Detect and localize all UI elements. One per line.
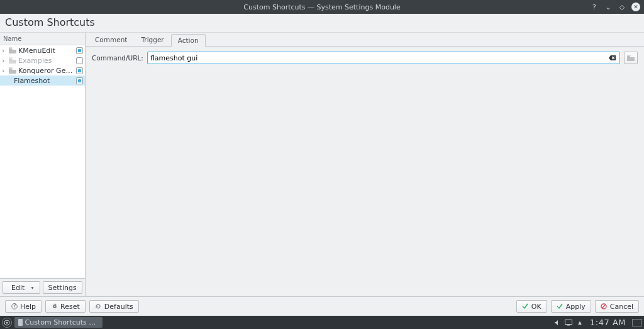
folder-icon [9,47,16,54]
tree-item-flameshot[interactable]: Flameshot [0,75,85,86]
taskbar: Custom Shortcuts — System Setti… ▴ 1:47 … [0,316,644,329]
expand-icon[interactable]: › [2,67,7,75]
svg-text:?: ? [13,303,16,309]
folder-icon [9,57,16,64]
window-title: Custom Shortcuts — System Settings Modul… [243,3,400,11]
check-icon [522,303,529,310]
app-launcher-icon[interactable] [2,318,12,328]
command-url-field[interactable] [147,52,620,64]
command-url-label: Command/URL: [92,54,143,62]
page-title: Custom Shortcuts [5,16,639,28]
cancel-icon [601,303,608,310]
tree-item-label: KMenuEdit [18,47,74,55]
tab-comment[interactable]: Comment [88,33,134,46]
tree-item-konqueror-gestures[interactable]: › Konqueror Gestures [0,65,85,75]
tree-column-header[interactable]: Name [0,33,85,45]
shortcut-tree-sidebar: Name › KMenuEdit › Examples [0,33,86,296]
command-url-input[interactable] [150,54,608,62]
ok-button[interactable]: OK [516,300,547,313]
task-button-label: Custom Shortcuts — System Setti… [25,318,99,326]
undo-icon [51,303,58,310]
expand-icon[interactable]: › [2,57,7,65]
tabbar: Comment Trigger Action [86,33,644,47]
browse-command-button[interactable] [624,52,638,64]
tree-item-kmenuedit[interactable]: › KMenuEdit [0,45,85,55]
tree-item-label: Flameshot [14,77,74,85]
page-header: Custom Shortcuts [0,14,644,33]
svg-point-4 [6,321,8,323]
defaults-button[interactable]: Defaults [89,300,139,313]
help-button[interactable]: ? Help [5,300,42,313]
task-button-system-settings[interactable]: Custom Shortcuts — System Setti… [14,317,103,328]
show-desktop-button[interactable] [632,319,642,326]
expand-icon[interactable]: › [2,47,7,55]
folder-icon [9,67,16,74]
clear-text-icon[interactable] [608,53,617,62]
defaults-icon [95,303,102,310]
tree-item-label: Konqueror Gestures [18,67,74,75]
check-icon [557,303,564,310]
shortcut-tree[interactable]: › KMenuEdit › Examples › [0,45,85,278]
display-icon[interactable] [565,319,572,326]
minimize-icon[interactable]: ⌄ [604,3,613,11]
tree-item-examples[interactable]: › Examples [0,55,85,65]
edit-button[interactable]: Edit [3,281,40,294]
reset-button[interactable]: Reset [45,300,86,313]
action-tab-page: Command/URL: [86,47,644,69]
close-icon[interactable]: ✕ [631,3,640,11]
apply-button[interactable]: Apply [551,300,591,313]
window-icon [18,319,23,326]
help-titlebar-icon[interactable]: ? [590,3,599,11]
cancel-button[interactable]: Cancel [595,300,639,313]
volume-icon[interactable] [553,319,561,326]
tree-item-checkbox[interactable] [76,57,83,64]
settings-button[interactable]: Settings [43,281,83,294]
maximize-icon[interactable]: ◇ [618,3,626,11]
tree-item-checkbox[interactable] [76,67,83,74]
tab-trigger[interactable]: Trigger [134,33,170,46]
svg-rect-5 [565,320,572,324]
tree-item-label: Examples [18,57,74,65]
tab-action[interactable]: Action [171,34,206,47]
tree-item-checkbox[interactable] [76,77,83,84]
tree-item-checkbox[interactable] [76,47,83,54]
taskbar-clock[interactable]: 1:47 AM [590,318,626,327]
dialog-button-bar: ? Help Reset Defaults OK A [0,296,644,316]
help-icon: ? [11,303,18,310]
tray-expand-icon[interactable]: ▴ [576,319,584,326]
titlebar: Custom Shortcuts — System Settings Modul… [0,0,644,14]
